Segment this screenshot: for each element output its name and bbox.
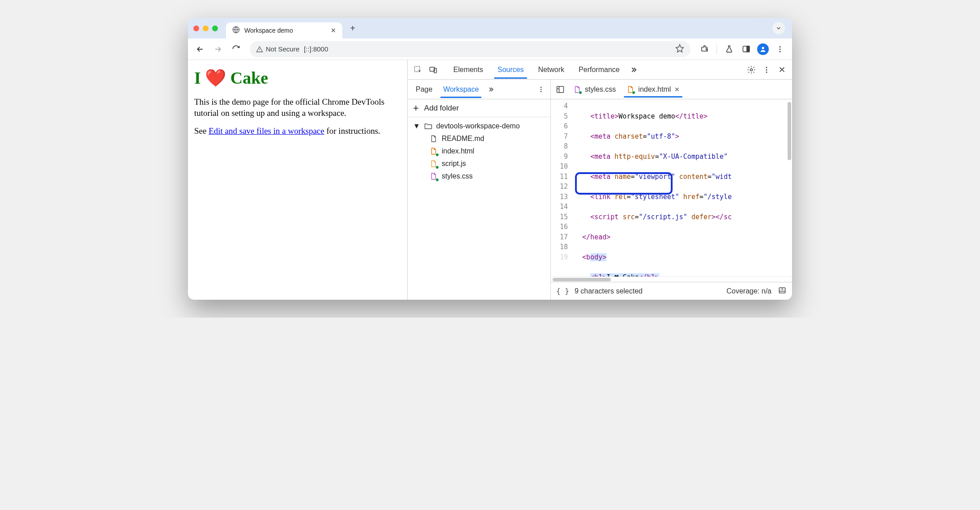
file-label: styles.css bbox=[442, 172, 473, 180]
folder-label: devtools-workspace-demo bbox=[436, 122, 520, 130]
close-devtools-icon[interactable] bbox=[775, 63, 788, 76]
toggle-navigator-icon[interactable] bbox=[554, 83, 567, 96]
tab-title: Workspace demo bbox=[244, 27, 326, 34]
nav-menu-icon[interactable] bbox=[534, 83, 548, 96]
inspect-element-icon[interactable] bbox=[411, 63, 425, 76]
rendered-page: I ❤️ Cake This is the demo page for the … bbox=[188, 60, 407, 300]
svg-point-11 bbox=[766, 67, 767, 68]
bookmark-star-icon[interactable] bbox=[675, 44, 684, 54]
security-label: Not Secure bbox=[266, 45, 299, 53]
traffic-lights bbox=[193, 26, 218, 31]
html-file-icon bbox=[626, 85, 635, 94]
devtools-menu-icon[interactable] bbox=[760, 63, 773, 76]
device-toolbar-icon[interactable] bbox=[426, 63, 440, 76]
folder-icon bbox=[424, 122, 433, 131]
svg-point-12 bbox=[766, 69, 767, 70]
plus-icon: + bbox=[413, 103, 419, 113]
svg-point-13 bbox=[766, 71, 767, 72]
file-label: README.md bbox=[442, 135, 484, 143]
file-row-index[interactable]: index.html bbox=[409, 145, 549, 157]
show-drawer-icon[interactable] bbox=[778, 286, 787, 297]
pretty-print-icon[interactable]: { } bbox=[556, 287, 569, 295]
labs-icon[interactable] bbox=[721, 42, 737, 57]
file-row-readme[interactable]: README.md bbox=[409, 132, 549, 145]
editor-tab-index[interactable]: index.html ✕ bbox=[622, 82, 684, 97]
html-file-icon bbox=[429, 147, 438, 156]
extensions-icon[interactable] bbox=[697, 42, 712, 57]
close-tab-icon[interactable]: ✕ bbox=[674, 86, 680, 93]
forward-button[interactable] bbox=[210, 42, 226, 57]
code-area[interactable]: 4 5 6 7 8 9 10 11 12 13 14 15 16 bbox=[551, 99, 792, 276]
tab-sources[interactable]: Sources bbox=[490, 61, 531, 78]
editor-tab-styles[interactable]: styles.css bbox=[569, 82, 620, 97]
side-panel-icon[interactable] bbox=[738, 42, 754, 57]
selection-status: 9 characters selected bbox=[575, 287, 643, 295]
page-heading: I ❤️ Cake bbox=[194, 68, 401, 88]
tab-strip: Workspace demo ✕ + bbox=[188, 18, 792, 38]
folder-row[interactable]: ▼ devtools-workspace-demo bbox=[409, 120, 549, 132]
svg-rect-9 bbox=[434, 68, 437, 72]
toolbar-divider bbox=[716, 44, 717, 54]
main-content: I ❤️ Cake This is the demo page for the … bbox=[188, 60, 792, 300]
devtools-panel: Elements Sources Network Performance bbox=[407, 60, 792, 300]
address-bar[interactable]: Not Secure [::]:8000 bbox=[250, 41, 690, 57]
nav-tab-workspace[interactable]: Workspace bbox=[438, 81, 484, 98]
line-gutter: 4 5 6 7 8 9 10 11 12 13 14 15 16 bbox=[551, 99, 571, 276]
editor-tab-label: index.html bbox=[638, 85, 671, 94]
svg-point-15 bbox=[541, 89, 542, 90]
editor-tab-label: styles.css bbox=[585, 85, 616, 94]
tab-performance[interactable]: Performance bbox=[571, 61, 627, 78]
file-label: index.html bbox=[442, 147, 474, 155]
file-icon bbox=[429, 134, 438, 143]
tab-elements[interactable]: Elements bbox=[446, 61, 490, 78]
add-folder-button[interactable]: + Add folder bbox=[408, 99, 550, 117]
svg-rect-2 bbox=[747, 46, 750, 52]
back-button[interactable] bbox=[192, 42, 208, 57]
browser-toolbar: Not Secure [::]:8000 bbox=[188, 38, 792, 60]
nav-tab-page[interactable]: Page bbox=[410, 81, 438, 98]
globe-icon bbox=[232, 26, 240, 35]
window-minimize-button[interactable] bbox=[203, 26, 209, 31]
window-close-button[interactable] bbox=[193, 26, 199, 31]
not-secure-badge: Not Secure bbox=[256, 45, 299, 53]
more-tabs-icon[interactable] bbox=[627, 63, 640, 76]
reload-button[interactable] bbox=[228, 42, 243, 57]
navigator-tabs: Page Workspace bbox=[408, 80, 550, 99]
chrome-menu-icon[interactable] bbox=[772, 42, 788, 57]
expand-tabs-button[interactable] bbox=[772, 22, 785, 34]
window-maximize-button[interactable] bbox=[212, 26, 218, 31]
disclosure-triangle-icon: ▼ bbox=[413, 122, 420, 130]
sources-navigator: Page Workspace + Add folder bbox=[408, 80, 551, 300]
url-text: [::]:8000 bbox=[304, 45, 328, 53]
file-row-styles[interactable]: styles.css bbox=[409, 170, 549, 183]
new-tab-button[interactable]: + bbox=[346, 21, 359, 35]
file-tree: ▼ devtools-workspace-demo README.md bbox=[408, 117, 550, 185]
svg-point-3 bbox=[762, 47, 764, 49]
editor-tabs: styles.css index.html ✕ bbox=[551, 80, 792, 99]
svg-point-14 bbox=[541, 87, 542, 88]
add-folder-label: Add folder bbox=[424, 104, 459, 113]
devtools-body: Page Workspace + Add folder bbox=[408, 80, 792, 300]
horizontal-scrollbar[interactable] bbox=[551, 276, 792, 282]
settings-gear-icon[interactable] bbox=[745, 63, 758, 76]
browser-window: Workspace demo ✕ + Not Secure [::]:8000 bbox=[188, 18, 792, 300]
svg-rect-17 bbox=[557, 86, 564, 92]
workspace-tutorial-link[interactable]: Edit and save files in a workspace bbox=[209, 126, 324, 136]
page-paragraph-1: This is the demo page for the official C… bbox=[194, 97, 401, 119]
file-row-script[interactable]: script.js bbox=[409, 157, 549, 170]
svg-point-10 bbox=[750, 68, 753, 71]
editor-footer: { } 9 characters selected Coverage: n/a bbox=[551, 282, 792, 300]
devtools-top-bar: Elements Sources Network Performance bbox=[408, 60, 792, 80]
code-lines[interactable]: <title>Workspace demo</title> <meta char… bbox=[571, 99, 792, 276]
css-file-icon bbox=[573, 85, 581, 94]
vertical-scrollbar[interactable] bbox=[788, 102, 791, 160]
code-editor: styles.css index.html ✕ bbox=[551, 80, 792, 300]
tab-close-icon[interactable]: ✕ bbox=[331, 27, 336, 34]
tab-network[interactable]: Network bbox=[531, 61, 571, 78]
profile-avatar[interactable] bbox=[755, 42, 771, 57]
devtools-tabs: Elements Sources Network Performance bbox=[446, 61, 640, 78]
svg-point-16 bbox=[541, 91, 542, 92]
page-paragraph-2: See Edit and save files in a workspace f… bbox=[194, 126, 401, 137]
browser-tab[interactable]: Workspace demo ✕ bbox=[226, 22, 342, 38]
nav-more-tabs-icon[interactable] bbox=[484, 83, 498, 96]
